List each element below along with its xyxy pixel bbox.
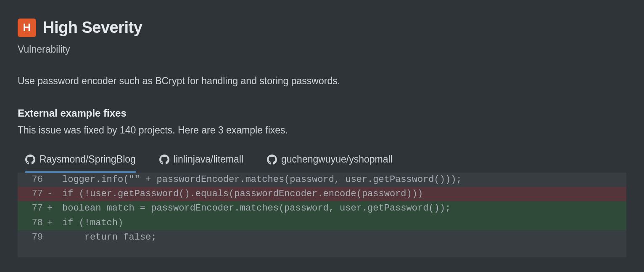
line-number: 78 (18, 216, 47, 230)
diff-code-block: 76 logger.info("" + passwordEncoder.matc… (18, 173, 626, 257)
tab-fix-1[interactable]: linlinjava/litemall (159, 152, 243, 173)
line-number: 77 (18, 187, 47, 201)
diff-marker: - (47, 187, 62, 201)
diff-line: 77-if (!user.getPassword().equals(passwo… (18, 187, 626, 201)
code-content: if (!user.getPassword().equals(passwordE… (62, 187, 626, 201)
fixes-subtext: This issue was fixed by 140 projects. He… (18, 123, 626, 137)
tab-label: linlinjava/litemall (174, 152, 243, 166)
line-number: 79 (18, 230, 47, 245)
code-content: return false; (62, 230, 626, 245)
fixes-tabs: Raysmond/SpringBloglinlinjava/litemallgu… (18, 152, 626, 173)
diff-line: 77+boolean match = passwordEncoder.match… (18, 201, 626, 216)
severity-subtitle: Vulnerability (18, 43, 626, 56)
github-icon (267, 155, 277, 165)
diff-line: 79 return false; (18, 230, 626, 245)
diff-marker (47, 230, 62, 245)
diff-line: 76 logger.info("" + passwordEncoder.matc… (18, 173, 626, 187)
vulnerability-description: Use password encoder such as BCrypt for … (18, 74, 626, 88)
severity-header: H High Severity (18, 16, 626, 39)
github-icon (25, 155, 35, 165)
code-content: if (!match) (62, 216, 626, 230)
tab-label: guchengwuyue/yshopmall (281, 152, 393, 166)
diff-marker: + (47, 201, 62, 216)
severity-badge-icon: H (18, 19, 36, 37)
line-number: 77 (18, 201, 47, 216)
severity-title: High Severity (43, 16, 142, 39)
tab-fix-0[interactable]: Raysmond/SpringBlog (25, 152, 136, 173)
code-content: boolean match = passwordEncoder.matches(… (62, 201, 626, 216)
github-icon (159, 155, 169, 165)
tab-label: Raysmond/SpringBlog (40, 152, 136, 166)
diff-marker (47, 173, 62, 187)
fixes-heading: External example fixes (18, 106, 626, 121)
diff-marker: + (47, 216, 62, 230)
diff-line: 78+if (!match) (18, 216, 626, 230)
line-number: 76 (18, 173, 47, 187)
tab-fix-2[interactable]: guchengwuyue/yshopmall (267, 152, 393, 173)
code-content: logger.info("" + passwordEncoder.matches… (62, 173, 626, 187)
